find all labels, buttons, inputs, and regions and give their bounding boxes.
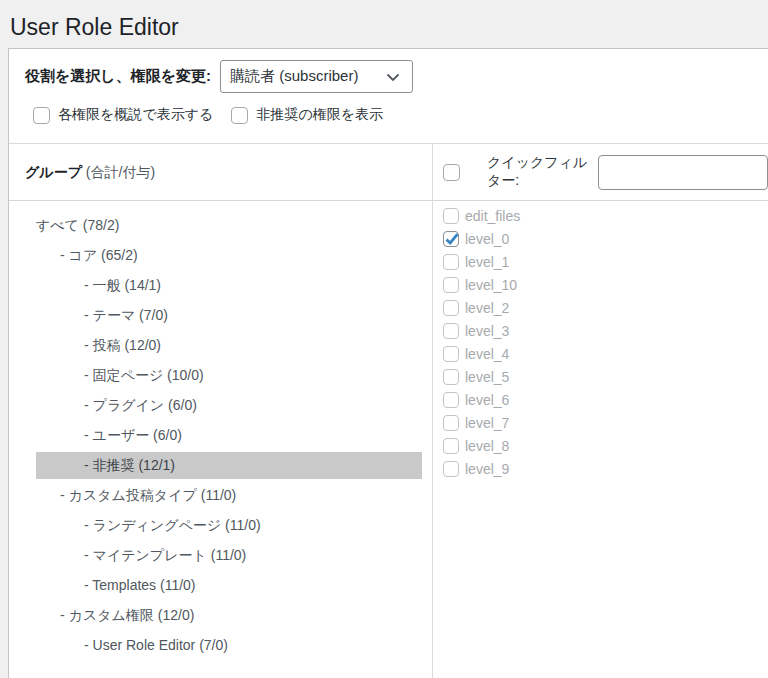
groups-header: グループ (合計/付与) [9, 144, 433, 201]
group-tree-item[interactable]: - 固定ページ (10/0) [36, 362, 422, 389]
capability-label: level_10 [465, 277, 517, 293]
groups-header-title: グループ [25, 164, 82, 180]
capability-checkbox[interactable] [443, 392, 459, 408]
quick-filter-label: クイックフィルター: [487, 154, 590, 190]
quick-filter-input[interactable] [598, 155, 768, 190]
capability-label: level_9 [465, 461, 509, 477]
group-tree-item-label: - マイテンプレート (11/0) [84, 547, 246, 563]
capability-checkbox[interactable] [443, 346, 459, 362]
group-tree-item-label: - 一般 (14/1) [84, 277, 161, 293]
groups-tree: すべて (78/2) - コア (65/2) - 一般 (14/1) - テーマ… [9, 212, 432, 659]
group-tree-item[interactable]: - 投稿 (12/0) [36, 332, 422, 359]
group-tree-item-label: - カスタム権限 (12/0) [60, 607, 194, 623]
group-tree-item-label: - ユーザー (6/0) [84, 427, 182, 443]
group-tree-item[interactable]: - ランディングページ (11/0) [36, 512, 422, 539]
capabilities-panel: edit_files level_0 level_1 level [433, 201, 768, 678]
group-tree-item[interactable]: - コア (65/2) [36, 242, 422, 269]
group-tree-item-label: - テーマ (7/0) [84, 307, 168, 323]
option-show-deprecated-caps[interactable]: 非推奨の権限を表示 [231, 106, 383, 124]
group-tree-item-label: - カスタム投稿タイプ (11/0) [60, 487, 236, 503]
group-tree-item-label: - 非推奨 (12/1) [84, 457, 175, 473]
capability-item[interactable]: level_2 [443, 296, 768, 319]
option-show-capabilities-readable[interactable]: 各権限を概説で表示する [33, 106, 213, 124]
capability-item[interactable]: level_5 [443, 365, 768, 388]
checkmark-icon [444, 231, 460, 250]
capability-label: level_3 [465, 323, 509, 339]
group-tree-item[interactable]: - カスタム投稿タイプ (11/0) [36, 482, 422, 509]
capabilities-list: edit_files level_0 level_1 level [443, 204, 768, 480]
capability-item[interactable]: level_0 [443, 227, 768, 250]
capability-checkbox[interactable] [443, 438, 459, 454]
capability-label: level_4 [465, 346, 509, 362]
checkbox-show-capabilities-readable[interactable] [33, 107, 50, 124]
group-tree-item[interactable]: - プラグイン (6/0) [36, 392, 422, 419]
capability-item[interactable]: level_4 [443, 342, 768, 365]
capability-label: level_7 [465, 415, 509, 431]
select-all-checkbox[interactable] [443, 164, 460, 181]
group-tree-item-label: すべて (78/2) [36, 217, 119, 233]
capability-item[interactable]: edit_files [443, 204, 768, 227]
role-select-value: 購読者 (subscriber) [230, 67, 358, 86]
group-tree-item-label: - 固定ページ (10/0) [84, 367, 204, 383]
group-tree-item[interactable]: - マイテンプレート (11/0) [36, 542, 422, 569]
capability-item[interactable]: level_9 [443, 457, 768, 480]
groups-header-suffix: (合計/付与) [82, 164, 155, 180]
capability-label: level_8 [465, 438, 509, 454]
capability-label: level_1 [465, 254, 509, 270]
group-tree-item-label: - プラグイン (6/0) [84, 397, 197, 413]
quick-filter-row: クイックフィルター: [433, 144, 768, 201]
capability-label: level_6 [465, 392, 509, 408]
option-label: 非推奨の権限を表示 [256, 106, 383, 124]
capability-item[interactable]: level_8 [443, 434, 768, 457]
editor-grid: グループ (合計/付与) クイックフィルター: すべて (78/2) - コア … [9, 143, 768, 678]
capability-item[interactable]: level_3 [443, 319, 768, 342]
group-tree-item[interactable]: - テーマ (7/0) [36, 302, 422, 329]
role-select[interactable]: 購読者 (subscriber) [220, 60, 413, 93]
group-tree-item-label: - User Role Editor (7/0) [84, 637, 228, 653]
page-title: User Role Editor [0, 0, 768, 48]
role-select-label: 役割を選択し、権限を変更: [25, 67, 211, 86]
group-tree-item[interactable]: - 一般 (14/1) [36, 272, 422, 299]
capability-item[interactable]: level_10 [443, 273, 768, 296]
group-tree-item-label: - コア (65/2) [60, 247, 138, 263]
option-label: 各権限を概説で表示する [58, 106, 213, 124]
group-tree-item[interactable]: - User Role Editor (7/0) [36, 632, 422, 659]
capability-checkbox[interactable] [443, 231, 459, 247]
group-tree-item[interactable]: - ユーザー (6/0) [36, 422, 422, 449]
user-role-editor-panel: 役割を選択し、権限を変更: 購読者 (subscriber) 各権限を概説で表示… [8, 48, 768, 678]
group-tree-item[interactable]: すべて (78/2) [36, 212, 422, 239]
capability-checkbox[interactable] [443, 461, 459, 477]
capability-label: level_2 [465, 300, 509, 316]
group-tree-item-label: - Templates (11/0) [84, 577, 196, 593]
capability-checkbox[interactable] [443, 254, 459, 270]
group-tree-item[interactable]: - カスタム権限 (12/0) [36, 602, 422, 629]
display-options-row: 各権限を概説で表示する 非推奨の権限を表示 [9, 106, 768, 124]
capability-checkbox[interactable] [443, 369, 459, 385]
group-tree-item[interactable]: - 非推奨 (12/1) [36, 452, 422, 479]
capability-label: edit_files [465, 208, 520, 224]
capability-label: level_5 [465, 369, 509, 385]
capability-label: level_0 [465, 231, 509, 247]
capability-checkbox[interactable] [443, 323, 459, 339]
capability-checkbox[interactable] [443, 415, 459, 431]
capability-checkbox[interactable] [443, 208, 459, 224]
checkbox-show-deprecated-caps[interactable] [231, 107, 248, 124]
capability-checkbox[interactable] [443, 300, 459, 316]
group-tree-item-label: - ランディングページ (11/0) [84, 517, 261, 533]
group-tree-item-label: - 投稿 (12/0) [84, 337, 161, 353]
group-tree-item[interactable]: - Templates (11/0) [36, 572, 422, 599]
capability-item[interactable]: level_1 [443, 250, 768, 273]
capability-item[interactable]: level_7 [443, 411, 768, 434]
chevron-down-icon [378, 68, 400, 85]
capability-checkbox[interactable] [443, 277, 459, 293]
groups-tree-panel: すべて (78/2) - コア (65/2) - 一般 (14/1) - テーマ… [9, 201, 433, 678]
capability-item[interactable]: level_6 [443, 388, 768, 411]
role-selector-row: 役割を選択し、権限を変更: 購読者 (subscriber) [9, 49, 768, 93]
